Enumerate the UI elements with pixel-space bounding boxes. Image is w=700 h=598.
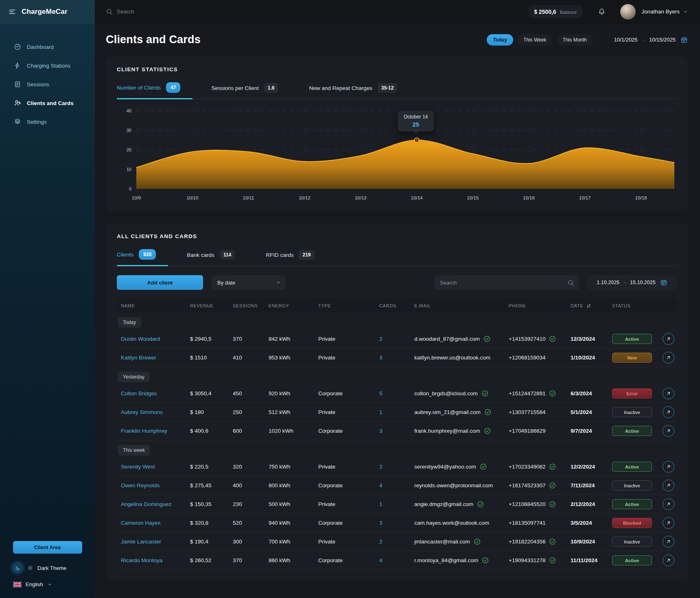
client-name-link[interactable]: Dustin Woodard [121, 336, 160, 342]
sidebar-item-dashboard[interactable]: Dashboard [0, 39, 95, 55]
open-client-button[interactable] [663, 498, 674, 510]
table-search-input[interactable] [440, 280, 567, 286]
table-row[interactable]: Angelina Dominguez $ 150,35 230 500 kWh … [117, 495, 677, 514]
table-row[interactable]: Cameron Hayes $ 320,8 520 940 kWh Corpor… [117, 514, 677, 532]
client-energy: 750 kWh [269, 464, 318, 470]
client-name-link[interactable]: Kaitlyn Brewer [121, 355, 156, 361]
client-cards-link[interactable]: 4 [379, 482, 383, 488]
sidebar-nav: Dashboard Charging Stations Sessions Cli… [0, 39, 95, 129]
clients-tab-rfid-cards[interactable]: RFID cards 219 [266, 250, 316, 265]
table-row[interactable]: Serenity West $ 220,5 320 750 kWh Privat… [117, 458, 677, 476]
svg-text:10/13: 10/13 [355, 195, 367, 200]
open-client-button[interactable] [663, 517, 674, 529]
client-revenue: $ 1510 [190, 355, 233, 361]
date-from[interactable]: 10/1/2025 [614, 37, 638, 43]
client-cards-link[interactable]: 4 [379, 557, 383, 563]
client-name-link[interactable]: Jamie Lancaster [121, 539, 161, 545]
add-client-button[interactable]: Add client [117, 275, 203, 290]
open-client-button[interactable] [663, 388, 674, 399]
client-email: serenityw94@yahoo.com [414, 464, 476, 470]
range-tab-today[interactable]: Today [487, 34, 513, 46]
sidebar-item-clients-and-cards[interactable]: Clients and Cards [0, 95, 95, 111]
client-cards-link[interactable]: 2 [379, 336, 383, 342]
clients-tab-bank-cards[interactable]: Bank cards 114 [187, 250, 236, 265]
svg-text:20: 20 [127, 147, 131, 152]
client-phone: +14153927410 [509, 336, 545, 342]
sidebar-item-charging-stations[interactable]: Charging Stations [0, 58, 95, 73]
open-client-button[interactable] [663, 406, 674, 418]
calendar-icon[interactable] [660, 279, 667, 286]
open-client-button[interactable] [663, 554, 674, 566]
table-row[interactable]: Ricardo Montoya $ 260,52 370 860 kWh Cor… [117, 551, 677, 570]
menu-icon[interactable] [8, 8, 16, 16]
client-name-link[interactable]: Owen Reynolds [121, 482, 160, 488]
client-email: d.woodard_87@gmail.com [414, 336, 480, 342]
client-name-link[interactable]: Colton Bridges [121, 390, 157, 396]
client-name-link[interactable]: Angelina Dominguez [121, 501, 172, 507]
header-date-range[interactable]: 10/1/2025 - 10/15/2025 [614, 36, 688, 44]
client-cards-link[interactable]: 2 [379, 539, 383, 545]
table-row[interactable]: Franklin Humphrey $ 400,6 600 1020 kWh C… [117, 422, 677, 440]
stats-tab-number-of-clients[interactable]: Number of Clients 47 [117, 82, 182, 99]
client-cards-link[interactable]: 1 [379, 409, 383, 415]
client-cards-link[interactable]: 1 [379, 501, 383, 507]
chevron-down-icon [276, 280, 281, 285]
clients-tabs: Clients 820 Bank cards 114 RFID cards 21… [117, 249, 677, 266]
notifications-bell-icon[interactable] [598, 8, 606, 16]
client-name-link[interactable]: Serenity West [121, 464, 155, 470]
client-date: 10/9/2024 [571, 539, 612, 545]
stats-tab-sessions-per-client[interactable]: Sessions per Client 1.6 [211, 83, 280, 99]
open-client-button[interactable] [663, 536, 674, 548]
table-row[interactable]: Owen Reynolds $ 275,45 400 800 kWh Corpo… [117, 476, 677, 495]
client-cards-link[interactable]: 3 [379, 520, 383, 526]
stats-tab-new-and-repeat-charges[interactable]: New and Repeat Charges 35-12 [309, 83, 399, 99]
client-date: 2/12/2024 [571, 501, 612, 507]
table-row[interactable]: Aubrey Simmons $ 180 250 512 kWh Private… [117, 403, 677, 422]
range-tab-this-week[interactable]: This Week [517, 34, 552, 46]
date-from[interactable]: 1.10.2025 [597, 280, 619, 285]
client-cards-link[interactable]: 2 [379, 464, 383, 470]
avatar[interactable] [620, 4, 636, 20]
clients-tab-clients[interactable]: Clients 820 [117, 249, 158, 265]
date-to[interactable]: 15.10.2025 [630, 280, 656, 285]
sort-select-value: By date [217, 280, 235, 286]
sun-icon[interactable] [27, 565, 33, 571]
open-client-button[interactable] [663, 480, 674, 491]
sort-icon[interactable] [586, 303, 591, 309]
open-client-button[interactable] [663, 425, 674, 437]
balance-pill[interactable]: $ 2500,6 Balance [528, 5, 582, 18]
global-search-input[interactable] [117, 9, 239, 15]
open-client-button[interactable] [663, 333, 674, 345]
client-cards-link[interactable]: 3 [379, 428, 383, 434]
client-revenue: $ 3050,4 [190, 390, 233, 396]
table-row[interactable]: Colton Bridges $ 3050,4 450 920 kWh Corp… [117, 384, 677, 403]
client-name-link[interactable]: Franklin Humphrey [121, 428, 167, 434]
client-name-link[interactable]: Ricardo Montoya [121, 557, 162, 563]
svg-text:10/16: 10/16 [523, 195, 535, 200]
table-row[interactable]: Kaitlyn Brewer $ 1510 410 953 kWh Privat… [117, 348, 677, 367]
sidebar-item-settings[interactable]: Settings [0, 114, 95, 129]
language-selector[interactable]: English [0, 581, 95, 587]
date-to[interactable]: 10/15/2025 [649, 37, 676, 43]
sidebar-item-sessions[interactable]: Sessions [0, 77, 95, 92]
client-email: angie.dmgz@gmail.com [414, 501, 473, 507]
client-cards-link[interactable]: 5 [379, 390, 383, 396]
svg-text:10/11: 10/11 [243, 195, 254, 200]
user-name[interactable]: Jonathan Byers [641, 9, 680, 15]
table-date-range[interactable]: 1.10.2025 - 15.10.2025 [587, 275, 677, 290]
open-client-button[interactable] [663, 352, 674, 364]
moon-icon[interactable] [12, 563, 23, 573]
table-row[interactable]: Dustin Woodard $ 2940,5 370 842 kWh Priv… [117, 330, 677, 348]
client-name-link[interactable]: Cameron Hayes [121, 520, 161, 526]
theme-toggle[interactable]: Dark Theme [0, 563, 95, 573]
chevron-down-icon[interactable] [683, 9, 688, 14]
range-tab-this-month[interactable]: This Month [556, 34, 593, 46]
client-name-link[interactable]: Aubrey Simmons [121, 409, 163, 415]
client-area-button[interactable]: Client Area [13, 541, 82, 554]
open-client-button[interactable] [663, 461, 674, 473]
sort-select[interactable]: By date [212, 275, 286, 290]
client-cards-link[interactable]: 3 [379, 355, 383, 361]
clients-area-chart[interactable]: 01020304010/910/1010/1110/1210/1310/1410… [117, 105, 677, 203]
table-row[interactable]: Jamie Lancaster $ 190,4 300 700 kWh Priv… [117, 532, 677, 551]
calendar-icon[interactable] [680, 36, 688, 44]
